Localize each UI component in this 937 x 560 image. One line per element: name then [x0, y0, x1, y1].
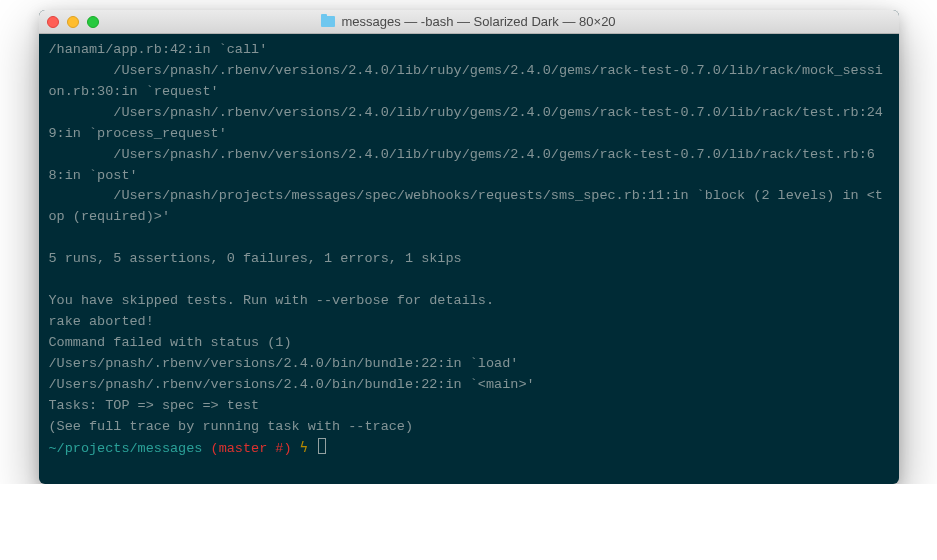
- terminal-body[interactable]: /hanami/app.rb:42:in `call' /Users/pnash…: [39, 34, 899, 484]
- bolt-icon: ϟ: [300, 441, 308, 456]
- terminal-line: /Users/pnash/.rbenv/versions/2.4.0/lib/r…: [49, 63, 883, 99]
- fullscreen-icon[interactable]: [87, 16, 99, 28]
- terminal-window: messages — -bash — Solarized Dark — 80×2…: [39, 10, 899, 484]
- window-title: messages — -bash — Solarized Dark — 80×2…: [341, 14, 615, 29]
- rake-aborted: rake aborted!: [49, 314, 154, 329]
- test-results: 5 runs, 5 assertions, 0 failures, 1 erro…: [49, 251, 462, 266]
- seefull-line: (See full trace by running task with --t…: [49, 419, 414, 434]
- terminal-line: /Users/pnash/projects/messages/spec/webh…: [49, 188, 883, 224]
- terminal-line: /Users/pnash/.rbenv/versions/2.4.0/lib/r…: [49, 147, 875, 183]
- prompt: ~/projects/messages (master #) ϟ: [49, 441, 326, 456]
- cursor: [318, 438, 326, 454]
- minimize-icon[interactable]: [67, 16, 79, 28]
- prompt-branch: (master #): [211, 441, 292, 456]
- trace-line: /Users/pnash/.rbenv/versions/2.4.0/bin/b…: [49, 356, 519, 371]
- folder-icon: [321, 16, 335, 27]
- title-wrap: messages — -bash — Solarized Dark — 80×2…: [39, 14, 899, 29]
- titlebar[interactable]: messages — -bash — Solarized Dark — 80×2…: [39, 10, 899, 34]
- prompt-path: ~/projects/messages: [49, 441, 203, 456]
- cmd-failed: Command failed with status (1): [49, 335, 292, 350]
- tasks-line: Tasks: TOP => spec => test: [49, 398, 260, 413]
- traffic-lights: [47, 16, 99, 28]
- terminal-line: /hanami/app.rb:42:in `call': [49, 42, 268, 57]
- terminal-line: /Users/pnash/.rbenv/versions/2.4.0/lib/r…: [49, 105, 883, 141]
- close-icon[interactable]: [47, 16, 59, 28]
- trace-line: /Users/pnash/.rbenv/versions/2.4.0/bin/b…: [49, 377, 535, 392]
- skipped-msg: You have skipped tests. Run with --verbo…: [49, 293, 495, 308]
